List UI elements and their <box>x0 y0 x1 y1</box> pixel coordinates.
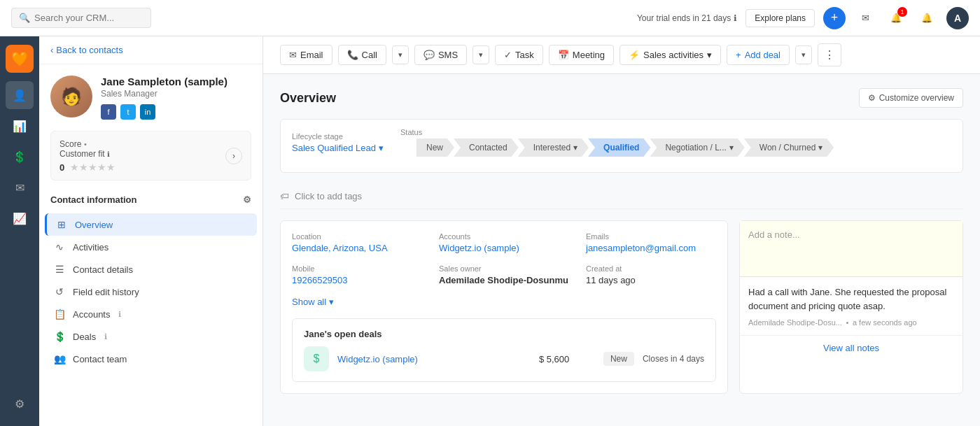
score-section: Score • Customer fit ℹ 0 ★★★★★ <box>59 139 115 173</box>
user-avatar[interactable]: A <box>946 7 969 29</box>
view-all-notes-link[interactable]: View all notes <box>740 336 962 360</box>
meeting-button[interactable]: 📅 Meeting <box>549 45 614 65</box>
task-button[interactable]: ✓ Task <box>495 45 543 65</box>
sidebar-icon-deals[interactable]: 💲 <box>6 143 34 171</box>
bell-icon[interactable]: 🔔 <box>916 7 938 29</box>
lifecycle-stage-section: Lifecycle stage Sales Qualified Lead ▾ <box>292 132 384 153</box>
sidebar-icon-dashboard[interactable]: 📊 <box>6 112 34 140</box>
search-input[interactable] <box>34 13 144 23</box>
meeting-btn-icon: 📅 <box>558 50 569 60</box>
deal-name[interactable]: Widgetz.io (sample) <box>337 354 531 364</box>
mobile-value[interactable]: 19266529503 <box>292 275 348 285</box>
notifications-icon[interactable]: 🔔 1 <box>885 7 907 29</box>
sidebar-item-contact-team[interactable]: 👥 Contact team <box>45 348 257 370</box>
sales-owner-label: Sales owner <box>439 264 569 273</box>
contact-info-settings-icon[interactable]: ⚙ <box>243 194 251 205</box>
add-deal-dropdown-button[interactable]: ▾ <box>795 45 812 64</box>
add-button[interactable]: + <box>823 7 846 29</box>
pipeline-step-new[interactable]: New <box>416 139 454 157</box>
contact-info: Jane Sampleton (sample) Sales Manager f … <box>101 76 227 120</box>
facebook-icon[interactable]: f <box>101 104 116 120</box>
sidebar-item-overview[interactable]: ⊞ Overview <box>45 213 257 236</box>
pipeline-step-qualified[interactable]: Qualified <box>588 139 650 157</box>
score-dot: • <box>84 140 87 148</box>
note-meta: Ademilade Shodipe-Dosu... a few seconds … <box>748 318 954 327</box>
note-meta-dot <box>846 322 848 324</box>
note-input-area[interactable]: Add a note... <box>740 221 962 277</box>
overview-area: Overview ⚙ Customize overview Lifecycle … <box>263 74 980 408</box>
customize-overview-button[interactable]: ⚙ Customize overview <box>859 88 963 108</box>
linkedin-icon[interactable]: in <box>140 104 155 120</box>
field-edit-icon: ↺ <box>53 286 66 297</box>
two-column-layout: Location Glendale, Arizona, USA Accounts… <box>280 220 963 394</box>
main-content: ✉ Email 📞 Call ▾ 💬 SMS ▾ ✓ Task 📅 Meetin… <box>263 36 980 426</box>
contact-avatar: 🧑 <box>50 76 92 118</box>
contact-sidebar: ‹ Back to contacts 🧑 Jane Sampleton (sam… <box>39 36 263 426</box>
accounts-field: Accounts Widgetz.io (sample) <box>439 232 569 253</box>
mobile-label: Mobile <box>292 264 422 273</box>
sales-activities-button[interactable]: ⚡ Sales activities ▾ <box>620 45 721 65</box>
sidebar-item-activities[interactable]: ∿ Activities <box>45 236 257 258</box>
email-nav-icon[interactable]: ✉ <box>854 7 876 29</box>
score-expand-button[interactable]: › <box>225 148 242 164</box>
search-box[interactable]: 🔍 <box>11 8 151 28</box>
deals-nav-icon: 💲 <box>53 331 66 342</box>
app-logo[interactable]: 🧡 <box>6 45 34 73</box>
twitter-icon[interactable]: t <box>120 104 136 120</box>
created-at-value: 11 days ago <box>586 275 636 285</box>
more-actions-button[interactable]: ⋮ <box>818 43 841 66</box>
sidebar-icon-email[interactable]: ✉ <box>6 173 34 201</box>
location-value[interactable]: Glendale, Arizona, USA <box>292 243 388 253</box>
contact-name: Jane Sampleton (sample) <box>101 76 227 87</box>
side-icon-bar: 🧡 👤 📊 💲 ✉ 📈 ⚙ <box>0 36 39 426</box>
location-label: Location <box>292 232 422 241</box>
sales-owner-value: Ademilade Shodipe-Dosunmu <box>439 275 568 285</box>
contact-profile-section: 🧑 Jane Sampleton (sample) Sales Manager … <box>39 64 262 131</box>
sales-owner-field: Sales owner Ademilade Shodipe-Dosunmu <box>439 264 569 285</box>
created-at-field: Created at 11 days ago <box>586 264 716 285</box>
score-box: Score • Customer fit ℹ 0 ★★★★★ › <box>50 131 251 180</box>
pipeline-step-interested[interactable]: Interested ▾ <box>518 139 589 157</box>
info-icon-small: ℹ <box>107 150 110 158</box>
notification-badge: 1 <box>897 7 907 17</box>
call-button[interactable]: 📞 Call <box>338 45 386 65</box>
sidebar-item-accounts[interactable]: 📋 Accounts ℹ <box>45 303 257 325</box>
show-all-button[interactable]: Show all ▾ <box>292 297 716 307</box>
sidebar-item-field-edit[interactable]: ↺ Field edit history <box>45 281 257 303</box>
sms-btn-icon: 💬 <box>424 50 435 60</box>
top-nav-right: Your trial ends in 21 days ℹ Explore pla… <box>637 7 969 29</box>
accounts-value[interactable]: Widgetz.io (sample) <box>439 243 519 253</box>
lifecycle-stage-value[interactable]: Sales Qualified Lead ▾ <box>292 143 384 153</box>
emails-value[interactable]: janesampleton@gmail.com <box>586 243 696 253</box>
pipeline-step-contacted[interactable]: Contacted <box>454 139 519 157</box>
info-panel: Location Glendale, Arizona, USA Accounts… <box>280 220 728 394</box>
sidebar-item-deals[interactable]: 💲 Deals ℹ <box>45 325 257 348</box>
accounts-icon: 📋 <box>53 308 66 320</box>
contact-info-header: Contact information ⚙ <box>39 189 262 211</box>
activities-icon: ∿ <box>53 241 66 253</box>
back-to-contacts-link[interactable]: ‹ Back to contacts <box>39 36 262 64</box>
explore-plans-button[interactable]: Explore plans <box>746 9 815 27</box>
call-dropdown-button[interactable]: ▾ <box>392 45 409 64</box>
social-icons: f t in <box>101 104 227 120</box>
top-navigation: 🔍 Your trial ends in 21 days ℹ Explore p… <box>0 0 980 36</box>
star-rating: ★★★★★ <box>70 162 115 173</box>
sms-dropdown-button[interactable]: ▾ <box>472 45 489 64</box>
sidebar-icon-contacts[interactable]: 👤 <box>6 81 34 109</box>
email-button[interactable]: ✉ Email <box>280 45 332 65</box>
email-btn-icon: ✉ <box>289 50 297 60</box>
back-arrow-icon: ‹ <box>50 45 53 55</box>
sms-button[interactable]: 💬 SMS <box>414 45 467 65</box>
emails-field: Emails janesampleton@gmail.com <box>586 232 716 253</box>
pipeline-step-won-churned[interactable]: Won / Churned ▾ <box>744 139 834 157</box>
sidebar-icon-reports[interactable]: 📈 <box>6 204 34 232</box>
main-wrapper: 🧡 👤 📊 💲 ✉ 📈 ⚙ ‹ Back to contacts 🧑 Jane … <box>0 36 980 426</box>
sidebar-item-contact-details[interactable]: ☰ Contact details <box>45 258 257 281</box>
add-deal-button[interactable]: + Add deal <box>727 45 790 65</box>
contact-title: Sales Manager <box>101 89 227 99</box>
pipeline-step-negotiation[interactable]: Negotiation / L... ▾ <box>650 139 744 157</box>
deal-icon: $ <box>304 346 329 371</box>
contact-avatar-image: 🧑 <box>50 76 92 118</box>
tags-row[interactable]: 🏷 Click to add tags <box>280 184 963 209</box>
sidebar-icon-settings[interactable]: ⚙ <box>6 390 34 418</box>
